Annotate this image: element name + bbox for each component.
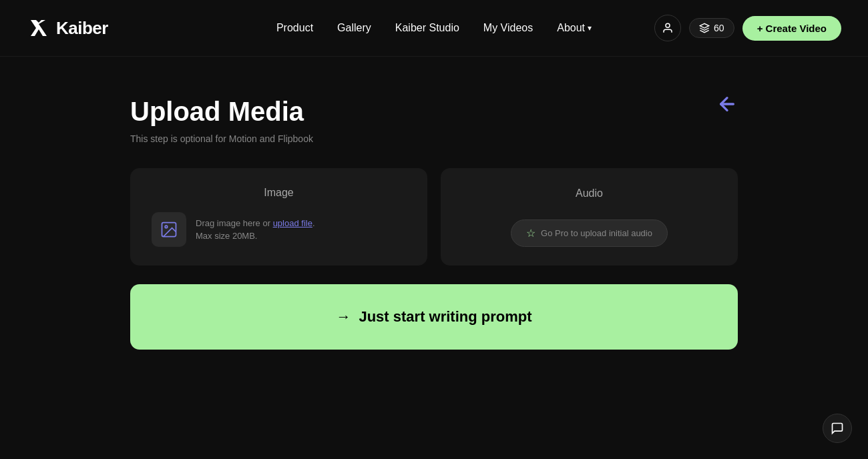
back-arrow-icon (716, 93, 738, 115)
upload-file-link[interactable]: upload file (273, 218, 312, 228)
writing-prompt-button[interactable]: → Just start writing prompt (130, 284, 738, 350)
chevron-down-icon: ▾ (588, 23, 592, 33)
upload-instructions: Drag image here or upload file. Max size… (196, 217, 315, 243)
upload-cards: Image Drag image here or upload file. Ma… (130, 168, 738, 266)
navbar: Kaiber Product Gallery Kaiber Studio My … (0, 0, 868, 57)
nav-gallery[interactable]: Gallery (337, 22, 371, 34)
chat-widget[interactable] (823, 414, 852, 443)
image-card-title: Image (152, 187, 406, 199)
back-button[interactable] (716, 93, 738, 119)
nav-about[interactable]: About ▾ (557, 22, 592, 34)
nav-kaiber-studio[interactable]: Kaiber Studio (395, 22, 459, 34)
credits-icon (699, 23, 710, 33)
main-content: Upload Media This step is optional for M… (0, 57, 868, 390)
credits-display[interactable]: 60 (689, 18, 734, 38)
page-title: Upload Media (130, 97, 738, 127)
audio-card-title: Audio (576, 187, 603, 199)
image-upload-card[interactable]: Image Drag image here or upload file. Ma… (130, 168, 427, 266)
star-icon: ☆ (526, 227, 535, 240)
svg-point-0 (666, 23, 670, 27)
prompt-btn-label: Just start writing prompt (359, 308, 531, 326)
image-card-content: Drag image here or upload file. Max size… (152, 212, 406, 247)
navbar-actions: 60 + Create Video (654, 15, 841, 41)
audio-upload-card: Audio ☆ Go Pro to upload initial audio (441, 168, 738, 266)
image-icon (160, 220, 178, 239)
nav-my-videos[interactable]: My Videos (483, 22, 533, 34)
arrow-icon: → (336, 308, 351, 326)
user-profile-button[interactable] (654, 15, 681, 41)
kaiber-logo-icon (27, 16, 51, 40)
svg-point-2 (165, 225, 168, 228)
nav-links: Product Gallery Kaiber Studio My Videos … (276, 22, 592, 34)
nav-product[interactable]: Product (276, 22, 313, 34)
go-pro-button[interactable]: ☆ Go Pro to upload initial audio (511, 219, 668, 247)
user-icon (662, 22, 674, 34)
chat-icon (831, 422, 844, 435)
create-video-button[interactable]: + Create Video (742, 16, 841, 41)
page-subtitle: This step is optional for Motion and Fli… (130, 133, 738, 144)
credits-count: 60 (714, 23, 724, 33)
logo[interactable]: Kaiber (27, 16, 108, 40)
go-pro-label: Go Pro to upload initial audio (541, 228, 652, 238)
logo-text: Kaiber (56, 18, 108, 39)
image-placeholder-icon (152, 212, 186, 247)
